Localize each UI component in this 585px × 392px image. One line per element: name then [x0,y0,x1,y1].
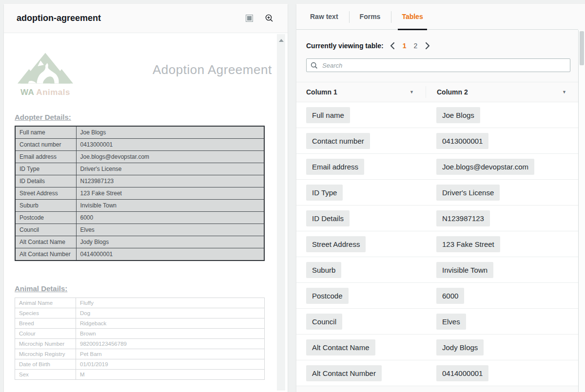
chevron-left-icon[interactable] [390,42,395,50]
doc-value-cell: Joe.blogs@devopstar.com [76,151,264,163]
row-key-cell: Contact number [296,128,426,153]
fit-to-page-icon-inner [247,16,252,20]
doc-table-row: Alt Contact Number0414000001 [15,248,264,261]
adopter-details-table: Full nameJoe BlogsContact number04130000… [15,126,265,261]
table-row: Contact number0413000001 [296,128,578,154]
value-chip: Jody Blogs [436,339,484,355]
document-scrollbar[interactable] [277,34,285,391]
doc-key-cell: Full name [15,126,76,139]
doc-table-row: SpeciesDog [15,308,265,318]
table-header: Column 1 ▼ Column 2 ▼ [296,82,578,102]
tab-tables[interactable]: Tables [391,4,433,29]
currently-viewing-label: Currently viewing table: [306,42,384,50]
table-pagination-row: Currently viewing table: 12 [306,41,578,51]
row-key-cell: Alt Contact Number [296,360,426,386]
row-value-cell: Invisible Town [426,257,578,282]
column-header-2[interactable]: Column 2 ▼ [426,82,578,102]
doc-value-cell: Pet Barn [76,349,265,359]
value-chip: Invisible Town [436,262,493,278]
doc-table-row: SuburbInvisible Town [15,200,264,212]
row-key-cell: ID Type [296,180,426,205]
table-row: Alt Contact Number0414000001 [296,360,578,386]
results-table-body: Full nameJoe BlogsContact number04130000… [296,102,578,386]
row-value-cell: 0414000001 [426,360,578,386]
doc-value-cell: N123987123 [76,175,264,187]
column-1-label: Column 1 [306,88,337,96]
tab-label: Tables [402,13,423,20]
doc-value-cell: Driver's License [76,163,264,175]
results-scrollbar-thumb[interactable] [580,31,584,65]
chevron-right-icon[interactable] [425,42,430,50]
value-chip: Joe.blogs@devopstar.com [436,159,534,175]
row-key-cell: Postcode [296,283,426,308]
tab-label: Raw text [310,13,338,20]
search-input[interactable] [321,61,566,70]
filter-chevron-icon[interactable]: ▼ [562,90,566,94]
doc-table-row: Microchip RegistryPet Barn [15,349,265,359]
adopter-details-heading: Adopter Details: [15,113,71,121]
animal-details-table: Animal NameFluffySpeciesDogBreedRidgebac… [15,298,265,380]
key-chip: ID Details [306,210,350,226]
key-chip: Alt Contact Number [306,365,382,381]
scroll-up-icon[interactable] [279,39,284,42]
logo-text-animals: Animals [36,88,70,97]
tabs: Raw textFormsTables [296,4,578,30]
doc-value-cell: 6000 [76,212,264,224]
value-chip: Driver's License [436,185,500,201]
column-header-1[interactable]: Column 1 ▼ [296,82,426,102]
key-chip: Email address [306,159,364,175]
key-chip: Suburb [306,262,341,278]
doc-table-row: ColourBrown [15,329,265,339]
page-number-1[interactable]: 1 [403,42,407,50]
zoom-in-icon[interactable] [265,14,274,23]
table-row: Alt Contact NameJody Blogs [296,335,578,360]
value-chip: 0413000001 [436,133,488,149]
doc-value-cell: 01/01/2019 [76,359,265,370]
value-chip: Elves [436,314,466,330]
document-panel: adoption-agreement WA Animals [4,4,288,392]
doc-value-cell: 982009123456789 [76,339,265,349]
filter-chevron-icon[interactable]: ▼ [410,90,414,94]
column-2-label: Column 2 [437,88,468,96]
paper-title: Adoption Agreement [153,62,272,77]
doc-table-row: CouncilElves [15,224,264,236]
row-value-cell: Elves [426,309,578,334]
tab-label: Forms [360,13,381,20]
row-value-cell: Driver's License [426,180,578,205]
doc-key-cell: Alt Contact Name [15,236,76,248]
doc-value-cell: 0414000001 [76,248,264,261]
doc-value-cell: Dog [76,308,265,318]
doc-table-row: Email addressJoe.blogs@devopstar.com [15,151,264,163]
page-number-2[interactable]: 2 [414,42,418,50]
row-key-cell: Suburb [296,257,426,282]
table-row: Email addressJoe.blogs@devopstar.com [296,154,578,180]
doc-table-row: Postcode6000 [15,212,264,224]
doc-key-cell: Microchip Registry [15,349,76,359]
key-chip: Alt Contact Name [306,339,375,355]
doc-table-row: Alt Contact NameJody Blogs [15,236,264,248]
tab-raw-text[interactable]: Raw text [299,4,349,29]
document-title: adoption-agreement [17,13,101,23]
doc-key-cell: ID Type [15,163,76,175]
table-row: Full nameJoe Blogs [296,102,578,128]
doc-table-row: Full nameJoe Blogs [15,126,264,139]
doc-key-cell: Species [15,308,76,318]
value-chip: 0414000001 [436,365,488,381]
document-page: WA Animals Adoption Agreement Adopter De… [4,33,288,392]
key-chip: ID Type [306,185,343,201]
doc-key-cell: Microchip Number [15,339,76,349]
wa-animals-logo: WA Animals [16,53,75,97]
mountain-kangaroo-icon [17,53,74,85]
search-box [306,58,570,72]
tab-forms[interactable]: Forms [349,4,391,29]
results-scrollbar[interactable] [578,30,585,392]
document-toolbar [246,14,274,23]
doc-table-row: Animal NameFluffy [15,298,265,308]
fit-to-page-icon[interactable] [246,15,253,22]
doc-table-row: Contact number0413000001 [15,139,264,151]
row-value-cell: Joe Blogs [426,102,578,128]
doc-value-cell: Jody Blogs [76,236,264,248]
doc-value-cell: Elves [76,224,264,236]
doc-key-cell: Breed [15,318,76,329]
key-chip: Contact number [306,133,370,149]
